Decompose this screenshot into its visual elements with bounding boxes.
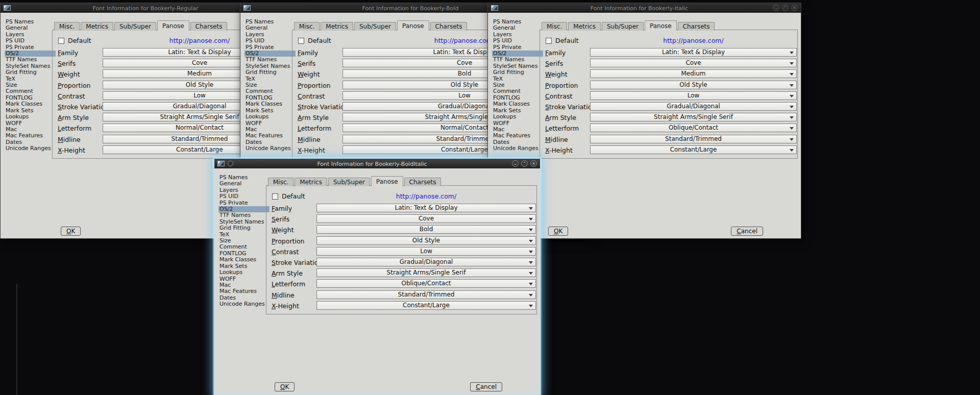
panose-link[interactable]: http://panose.com/	[590, 37, 797, 44]
tab-charsets[interactable]: Charsets	[190, 22, 228, 31]
combo-proportion[interactable]: Old Style	[316, 236, 536, 245]
sidebar-item-mac-features[interactable]: Mac Features	[244, 133, 296, 139]
combo-proportion[interactable]: Old Style	[590, 81, 797, 89]
tab-misc[interactable]: Misc.	[54, 22, 80, 31]
sidebar-item-ttf-names[interactable]: TTF Names	[218, 212, 270, 218]
sidebar-item-ttf-names[interactable]: TTF Names	[492, 57, 543, 63]
sidebar-item-mark-classes[interactable]: Mark Classes	[244, 101, 296, 107]
tab-misc[interactable]: Misc.	[542, 22, 567, 31]
combo-x-height[interactable]: Constant/Large	[590, 145, 797, 154]
sidebar-item-grid-fitting[interactable]: Grid Fitting	[244, 69, 296, 76]
tab-metrics[interactable]: Metrics	[568, 22, 601, 31]
combo-serifs[interactable]: Cove	[590, 59, 797, 67]
window-menu-button[interactable]	[228, 161, 233, 166]
sidebar-item-grid-fitting[interactable]: Grid Fitting	[492, 69, 543, 76]
tab-charsets[interactable]: Charsets	[404, 178, 442, 186]
tab-sub-super[interactable]: Sub/Super	[602, 22, 644, 31]
tab-charsets[interactable]: Charsets	[678, 22, 715, 31]
sidebar-item-mark-classes[interactable]: Mark Classes	[492, 101, 543, 107]
panose-link[interactable]: http://panose.com/	[316, 192, 536, 200]
shade-button[interactable]: ⌄	[773, 5, 779, 11]
sidebar-item-lookups[interactable]: Lookups	[492, 114, 543, 120]
sidebar-item-comment[interactable]: Comment	[5, 88, 56, 94]
tab-panose[interactable]: Panose	[645, 20, 677, 31]
sidebar-item-mac-features[interactable]: Mac Features	[5, 133, 56, 139]
default-checkbox[interactable]	[58, 38, 64, 44]
close-button[interactable]: ✕	[791, 5, 798, 11]
combo-serifs[interactable]: Cove	[316, 214, 536, 223]
combo-x-height[interactable]: Constant/Large	[316, 301, 536, 310]
chevron-down-icon	[529, 229, 533, 231]
default-checkbox[interactable]	[546, 38, 552, 44]
close-button[interactable]: ✕	[530, 160, 537, 167]
tab-sub-super[interactable]: Sub/Super	[354, 22, 396, 31]
tab-charsets[interactable]: Charsets	[430, 22, 468, 31]
sidebar-item-lookups[interactable]: Lookups	[244, 114, 296, 120]
maximize-button[interactable]: ⌃	[782, 5, 789, 11]
sidebar-item-mac-features[interactable]: Mac Features	[218, 288, 270, 294]
tab-sub-super[interactable]: Sub/Super	[114, 22, 156, 31]
sidebar-item-lookups[interactable]: Lookups	[5, 114, 56, 120]
close-icon: ✕	[793, 6, 796, 10]
sidebar-item-mark-classes[interactable]: Mark Classes	[218, 257, 270, 263]
sidebar-item-ps-uid[interactable]: PS UID	[5, 38, 56, 44]
sidebar-item-comment[interactable]: Comment	[492, 88, 543, 94]
sidebar-item-unicode-ranges[interactable]: Unicode Ranges	[244, 145, 296, 152]
combo-contrast[interactable]: Low	[316, 247, 536, 256]
sidebar-item-unicode-ranges[interactable]: Unicode Ranges	[492, 145, 543, 152]
cancel-button[interactable]: Cancel	[731, 227, 763, 236]
combo-contrast[interactable]: Low	[590, 91, 797, 100]
combo-stroke-variation[interactable]: Gradual/Diagonal	[316, 258, 536, 266]
sidebar-item-ttf-names[interactable]: TTF Names	[244, 57, 296, 63]
sidebar-item-general[interactable]: General	[492, 25, 543, 31]
window-icon	[217, 161, 225, 166]
tab-misc[interactable]: Misc.	[268, 178, 293, 186]
tab-misc[interactable]: Misc.	[294, 22, 320, 31]
combo-midline[interactable]: Standard/Trimmed	[316, 290, 536, 299]
tab-panose[interactable]: Panose	[397, 20, 429, 31]
maximize-button[interactable]: ⌃	[521, 160, 528, 167]
tab-metrics[interactable]: Metrics	[295, 178, 327, 186]
sidebar-item-unicode-ranges[interactable]: Unicode Ranges	[5, 145, 56, 152]
sidebar-item-general[interactable]: General	[218, 181, 270, 187]
sidebar-item-grid-fitting[interactable]: Grid Fitting	[218, 225, 270, 231]
tab-panose[interactable]: Panose	[371, 176, 403, 186]
combo-letterform[interactable]: Oblique/Contact	[316, 279, 536, 288]
sidebar-item-general[interactable]: General	[5, 25, 56, 31]
sidebar-item-mac-features[interactable]: Mac Features	[492, 133, 543, 139]
tab-metrics[interactable]: Metrics	[81, 22, 113, 31]
combo-weight[interactable]: Bold	[316, 225, 536, 234]
combo-family[interactable]: Latin: Text & Display	[590, 48, 797, 57]
combo-arm-style[interactable]: Straight Arms/Single Serif	[316, 268, 536, 277]
desktop-edge-highlight	[16, 284, 17, 395]
combo-midline[interactable]: Standard/Trimmed	[590, 135, 797, 143]
ok-button[interactable]: OK	[61, 227, 81, 236]
ok-button[interactable]: OK	[275, 382, 295, 391]
tab-sub-super[interactable]: Sub/Super	[328, 178, 370, 186]
shade-icon: ⌄	[774, 6, 778, 10]
sidebar-item-general[interactable]: General	[244, 25, 296, 31]
sidebar-item-unicode-ranges[interactable]: Unicode Ranges	[218, 301, 270, 307]
combo-family[interactable]: Latin: Text & Display	[316, 204, 536, 212]
tab-panose[interactable]: Panose	[157, 20, 189, 31]
sidebar-item-comment[interactable]: Comment	[244, 88, 296, 94]
combo-letterform[interactable]: Oblique/Contact	[590, 124, 797, 132]
combo-arm-style[interactable]: Straight Arms/Single Serif	[590, 113, 797, 121]
shade-button[interactable]: ⌄	[512, 160, 519, 167]
tab-metrics[interactable]: Metrics	[321, 22, 353, 31]
combo-stroke-variation[interactable]: Gradual/Diagonal	[590, 102, 797, 111]
sidebar-item-mark-classes[interactable]: Mark Classes	[5, 101, 56, 107]
default-checkbox[interactable]	[272, 193, 278, 200]
sidebar-item-comment[interactable]: Comment	[218, 244, 270, 250]
default-checkbox[interactable]	[298, 38, 304, 44]
sidebar-item-lookups[interactable]: Lookups	[218, 269, 270, 276]
combo-weight[interactable]: Medium	[590, 69, 797, 78]
cancel-button[interactable]: Cancel	[470, 382, 502, 391]
sidebar-item-ttf-names[interactable]: TTF Names	[5, 57, 56, 63]
ok-button[interactable]: OK	[548, 227, 568, 236]
sidebar-item-grid-fitting[interactable]: Grid Fitting	[5, 69, 56, 76]
sidebar-item-ps-uid[interactable]: PS UID	[492, 38, 543, 44]
sidebar-item-ps-uid[interactable]: PS UID	[244, 38, 296, 44]
field-label-x-height: X-Height	[298, 146, 325, 154]
sidebar-item-ps-uid[interactable]: PS UID	[218, 193, 270, 200]
